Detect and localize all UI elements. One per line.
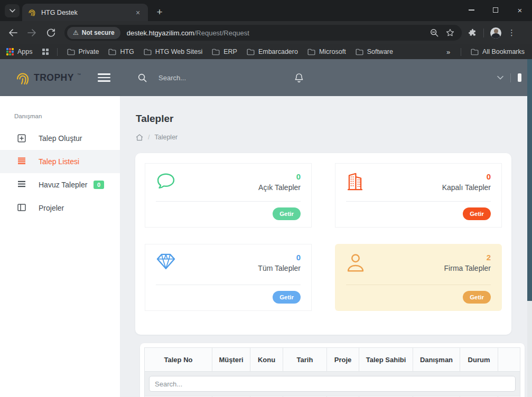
scrollbar-thumb[interactable] xyxy=(527,59,532,301)
back-arrow-icon xyxy=(8,29,17,37)
new-tab-button[interactable]: + xyxy=(152,5,167,20)
sidebar-section-label: Danışman xyxy=(14,113,120,119)
pool-count-badge: 0 xyxy=(94,181,104,189)
maximize-button[interactable] xyxy=(483,0,508,20)
sidebar-item-label: Projeler xyxy=(39,204,64,212)
building-icon xyxy=(346,172,367,201)
menu-button[interactable]: ⋮ xyxy=(508,28,516,37)
column-header-talep-no[interactable]: Talep No xyxy=(145,348,212,372)
warning-icon: ⚠ xyxy=(73,29,79,36)
bell-icon xyxy=(295,73,303,82)
browser-tab[interactable]: HTG Destek × xyxy=(22,4,148,21)
header-flag-icon[interactable] xyxy=(518,73,521,82)
card-label: Kapalı Talepler xyxy=(442,183,491,192)
folder-icon xyxy=(471,49,479,55)
bookmark-folder-software[interactable]: Software xyxy=(356,48,393,55)
getir-button-acik[interactable]: Getir xyxy=(273,207,301,220)
sidebar: Danışman Talep Oluştur Talep Listesi Hav… xyxy=(0,96,120,397)
folder-icon xyxy=(144,49,152,55)
bookmarks-overflow-button[interactable]: » xyxy=(446,48,450,56)
columns-icon xyxy=(17,204,26,212)
folder-icon xyxy=(67,49,75,55)
list-icon xyxy=(17,181,26,189)
address-bar[interactable]: ⚠ Not secure destek.htgyazilim.com/Reque… xyxy=(64,25,462,41)
sidebar-item-havuz-talepler[interactable]: Havuz Talepler 0 xyxy=(0,173,120,196)
page-content: TROPHY™ Danışman xyxy=(0,59,532,397)
speech-bubble-icon xyxy=(156,172,177,201)
all-bookmarks-button[interactable]: All Bookmarks xyxy=(471,48,525,55)
bookmarks-bar: Apps Private HTG HTG Web Sitesi ERP Emba… xyxy=(0,44,532,59)
apps-grid-icon xyxy=(6,48,14,55)
apps-label: Apps xyxy=(17,48,33,55)
puzzle-icon xyxy=(468,29,477,37)
profile-avatar[interactable] xyxy=(490,27,501,39)
getir-button-tum[interactable]: Getir xyxy=(273,291,301,304)
zoom-out-button[interactable] xyxy=(430,29,438,37)
card-count: 0 xyxy=(258,172,301,181)
getir-button-firma[interactable]: Getir xyxy=(463,291,491,304)
sidebar-item-talep-listesi[interactable]: Talep Listesi xyxy=(0,150,120,173)
column-header-tarih[interactable]: Tarih xyxy=(283,348,327,372)
reload-button[interactable] xyxy=(44,26,57,39)
column-header-talep-sahibi[interactable]: Talep Sahibi xyxy=(359,348,413,372)
column-header-danisman[interactable]: Danışman xyxy=(413,348,460,372)
minimize-button[interactable] xyxy=(459,0,483,20)
security-chip[interactable]: ⚠ Not secure xyxy=(67,27,120,39)
user-menu-button[interactable] xyxy=(497,75,503,80)
sidebar-item-talep-olustur[interactable]: Talep Oluştur xyxy=(0,127,120,150)
sidebar-item-projeler[interactable]: Projeler xyxy=(0,196,120,220)
header-separator xyxy=(510,73,511,82)
back-button[interactable] xyxy=(6,26,19,39)
folder-icon xyxy=(212,49,220,55)
requests-table: Talep No Müşteri Konu Tarih Proje Talep … xyxy=(144,347,520,397)
column-header-durum[interactable]: Durum xyxy=(460,348,498,372)
page-title: Talepler xyxy=(136,113,173,125)
card-label: Tüm Talepler xyxy=(258,264,301,272)
apps-shortcut[interactable]: Apps xyxy=(6,48,33,55)
getir-button-kapali[interactable]: Getir xyxy=(463,207,491,220)
diamond-icon xyxy=(156,253,177,285)
star-icon xyxy=(446,29,454,37)
breadcrumb-current: Talepler xyxy=(154,134,178,141)
url-text[interactable]: destek.htgyazilim.com/Request/Request xyxy=(127,29,430,37)
bookmark-folder-htg-web-sitesi[interactable]: HTG Web Sitesi xyxy=(144,48,202,55)
card-label: Firma Talepler xyxy=(444,264,491,272)
grid-icon xyxy=(42,49,49,55)
browser-window: HTG Destek × + × ⚠ Not secure destek.htg… xyxy=(0,0,532,397)
breadcrumb-home-button[interactable] xyxy=(136,134,143,141)
bookmark-folder-private[interactable]: Private xyxy=(67,48,99,55)
tab-search-button[interactable] xyxy=(5,4,20,17)
app-search-input[interactable] xyxy=(158,74,227,82)
column-header-musteri[interactable]: Müşteri xyxy=(212,348,250,372)
card-count: 0 xyxy=(258,253,301,262)
bookmark-folder-microsoft[interactable]: Microsoft xyxy=(307,48,346,55)
notifications-button[interactable] xyxy=(295,73,303,82)
tab-strip: HTG Destek × + × xyxy=(0,0,532,21)
table-search-input[interactable] xyxy=(149,376,516,392)
card-tum-talepler: 0 Tüm Talepler Getir xyxy=(145,244,312,311)
column-header-konu[interactable]: Konu xyxy=(250,348,283,372)
fingerprint-favicon-icon xyxy=(27,8,36,17)
card-count: 2 xyxy=(444,253,491,262)
folder-icon xyxy=(108,49,116,55)
bookmark-folder-erp[interactable]: ERP xyxy=(212,48,237,55)
extensions-button[interactable] xyxy=(468,29,477,37)
bookmark-star-button[interactable] xyxy=(446,29,454,37)
trophy-logo[interactable]: TROPHY™ xyxy=(15,70,81,86)
forward-button[interactable] xyxy=(25,26,38,39)
close-button[interactable]: × xyxy=(508,0,532,20)
breadcrumb: / Talepler xyxy=(136,134,178,141)
zoom-out-icon xyxy=(430,29,438,37)
bookmark-folder-htg[interactable]: HTG xyxy=(108,48,134,55)
column-header-proje[interactable]: Proje xyxy=(327,348,359,372)
fingerprint-logo-icon xyxy=(15,70,31,86)
app-header: TROPHY™ xyxy=(0,59,532,96)
bookmark-folder-embarcadero[interactable]: Embarcadero xyxy=(247,48,298,55)
tab-close-button[interactable]: × xyxy=(133,8,143,17)
sidebar-toggle-button[interactable] xyxy=(98,73,110,82)
home-icon xyxy=(136,134,143,141)
card-kapali-talepler: 0 Kapalı Talepler Getir xyxy=(335,163,502,228)
reading-list-button[interactable] xyxy=(42,49,49,55)
tab-title: HTG Destek xyxy=(41,9,133,16)
sidebar-item-label: Talep Oluştur xyxy=(39,134,82,143)
